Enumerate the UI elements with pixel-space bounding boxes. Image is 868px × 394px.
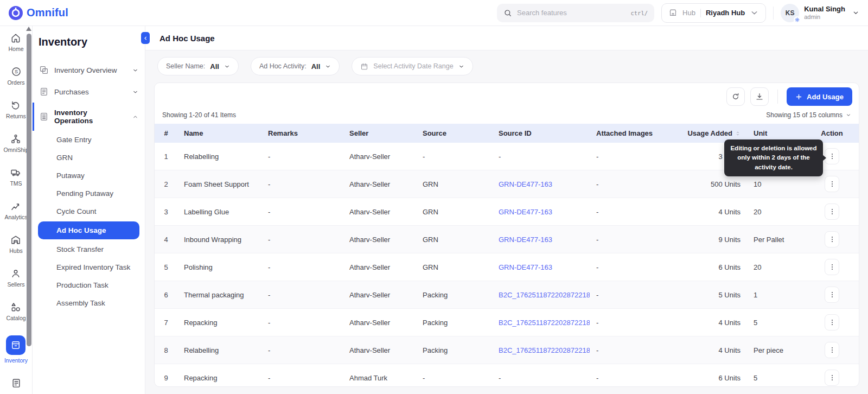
- cell-number: 6: [155, 281, 177, 309]
- sidebar-subitem-expired-inventory-task[interactable]: Expired Inventory Task: [33, 258, 145, 276]
- cell-remarks: -: [261, 170, 343, 198]
- cell-source-id: GRN-DE477-163: [492, 253, 590, 281]
- filter-ad-hoc-activity[interactable]: Ad Hoc Activity:All: [251, 57, 340, 75]
- rail-item-catalog[interactable]: Catalog: [6, 302, 25, 321]
- source-id-link[interactable]: GRN-DE477-163: [499, 236, 552, 244]
- rail-item-returns[interactable]: Returns: [6, 100, 26, 119]
- rail-item-label: Hubs: [9, 247, 23, 254]
- kebab-icon: [828, 374, 836, 382]
- refresh-button[interactable]: [726, 87, 745, 106]
- sidebar-subitem-stock-transfer[interactable]: Stock Transfer: [33, 240, 145, 258]
- sidebar-subitem-pending-putaway[interactable]: Pending Putaway: [33, 185, 145, 202]
- sidebar-item-purchases[interactable]: Purchases: [33, 81, 145, 103]
- row-actions-button[interactable]: [825, 314, 839, 331]
- cell-usage-added: 6 Units: [674, 253, 747, 281]
- sidebar-subitem-cycle-count[interactable]: Cycle Count: [33, 202, 145, 220]
- global-search[interactable]: ctrl/: [497, 4, 654, 22]
- source-id-link[interactable]: B2C_1762511872202872218_765: [499, 319, 590, 327]
- filter-placeholder: Select Activity Date Range: [373, 62, 453, 70]
- cell-action: [804, 198, 859, 226]
- filter-value: All: [311, 62, 321, 71]
- scrollbar-up-arrow[interactable]: [26, 27, 31, 31]
- rail-item-orders[interactable]: SOrders: [7, 66, 24, 86]
- cell-seller: Atharv-Seller: [343, 143, 416, 170]
- main-content: Ad Hoc Usage Seller Name:AllAd Hoc Activ…: [145, 26, 868, 394]
- sidebar-subitem-production-task[interactable]: Production Task: [33, 276, 145, 294]
- row-actions-button[interactable]: [825, 148, 839, 164]
- cell-usage-added: 4 Units: [674, 309, 747, 336]
- column-header-attached-images: Attached Images: [590, 124, 674, 143]
- rail-item-hubs[interactable]: Hubs: [9, 234, 23, 254]
- calendar-icon: [360, 62, 368, 71]
- cell-seller: Atharv-Seller: [343, 198, 416, 226]
- cell-remarks: -: [261, 226, 343, 253]
- cell-name: Thermal packaging: [177, 281, 261, 309]
- search-input[interactable]: [517, 9, 626, 17]
- omniful-logo[interactable]: Omniful: [9, 6, 68, 20]
- hub-selector[interactable]: Hub Riyadh Hub: [661, 3, 766, 23]
- sidebar-subitem-putaway[interactable]: Putaway: [33, 167, 145, 185]
- download-button[interactable]: [750, 87, 769, 106]
- sidebar-item-inventory-overview[interactable]: Inventory Overview: [33, 59, 145, 81]
- source-id-link[interactable]: GRN-DE477-163: [499, 180, 552, 188]
- plus-icon: [795, 93, 802, 100]
- rail-item-omniship[interactable]: OmniShip: [3, 134, 28, 153]
- sidebar-item-inventory-operations[interactable]: Inventory Operations: [33, 103, 145, 131]
- rail-item-tms[interactable]: TMS: [10, 167, 22, 187]
- omniship-icon: [10, 134, 21, 144]
- rail-item-sellers[interactable]: Sellers: [7, 268, 24, 288]
- column-header-name: Name: [177, 124, 261, 143]
- row-actions-button[interactable]: [825, 370, 839, 386]
- row-actions-button[interactable]: [825, 259, 839, 275]
- rail-item-more[interactable]: [11, 378, 22, 389]
- cell-name: Labelling Glue: [177, 198, 261, 226]
- cell-attached-images: -: [590, 226, 674, 253]
- cell-usage-added: 5 Units: [674, 281, 747, 309]
- row-actions-button[interactable]: [825, 204, 839, 220]
- sidebar-subitem-assembly-task[interactable]: Assembly Task: [33, 294, 145, 312]
- sidebar-subitem-gate-entry[interactable]: Gate Entry: [33, 131, 145, 149]
- cell-number: 1: [155, 143, 177, 170]
- page-titlebar: Ad Hoc Usage: [145, 26, 868, 50]
- source-id-link[interactable]: B2C_1762511872202872218_765: [499, 291, 590, 299]
- cell-source: -: [416, 143, 492, 170]
- cell-source-id: B2C_1762511872202872218_765: [492, 309, 590, 336]
- row-actions-button[interactable]: [825, 231, 839, 247]
- purchases-icon: [39, 87, 49, 97]
- filter-select-activity-date-range[interactable]: Select Activity Date Range: [352, 57, 473, 75]
- user-menu[interactable]: KS Kunal Singh admin: [781, 4, 859, 22]
- user-name: Kunal Singh: [804, 5, 845, 14]
- cell-source-id: -: [492, 143, 590, 170]
- page-title: Ad Hoc Usage: [159, 34, 215, 43]
- cell-action: [804, 336, 859, 364]
- catalog-icon: [10, 302, 21, 313]
- filter-seller-name[interactable]: Seller Name:All: [157, 57, 239, 75]
- cell-remarks: -: [261, 143, 343, 170]
- rail-item-home[interactable]: Home: [8, 33, 23, 52]
- table-row: 8Relabelling-Atharv-SellerPackingB2C_176…: [155, 336, 859, 364]
- rail-scrollbar[interactable]: [27, 34, 31, 346]
- source-id-link[interactable]: GRN-DE477-163: [499, 208, 552, 216]
- chevron-down-icon: [458, 63, 464, 69]
- cell-unit: 5: [747, 309, 804, 336]
- rail-item-inventory[interactable]: Inventory: [4, 335, 28, 364]
- row-actions-button[interactable]: [825, 342, 839, 358]
- cell-action: [804, 281, 859, 309]
- top-header: Omniful ctrl/ Hub Riyadh Hub KS: [0, 0, 868, 26]
- sidebar-collapse-button[interactable]: [141, 32, 150, 44]
- row-actions-button[interactable]: [825, 176, 839, 192]
- table-row: 7Repacking-Atharv-SellerPackingB2C_17625…: [155, 309, 859, 336]
- table-row: 9Repacking-Ahmad Turk---6 Units5: [155, 364, 859, 387]
- kebab-icon: [828, 263, 836, 271]
- source-id-link[interactable]: GRN-DE477-163: [499, 263, 552, 271]
- cell-remarks: -: [261, 336, 343, 364]
- source-id-link[interactable]: B2C_1762511872202872218_765: [499, 346, 590, 354]
- sidebar-subitem-ad-hoc-usage[interactable]: Ad Hoc Usage: [38, 221, 139, 239]
- column-header-seller: Seller: [343, 124, 416, 143]
- row-actions-button[interactable]: [825, 287, 839, 303]
- rail-item-analytics[interactable]: Analytics: [4, 201, 27, 220]
- sidebar-subitem-grn[interactable]: GRN: [33, 149, 145, 167]
- columns-selector[interactable]: Showing 15 of 15 columns: [766, 111, 851, 119]
- cell-number: 8: [155, 336, 177, 364]
- add-usage-button[interactable]: Add Usage: [787, 87, 852, 106]
